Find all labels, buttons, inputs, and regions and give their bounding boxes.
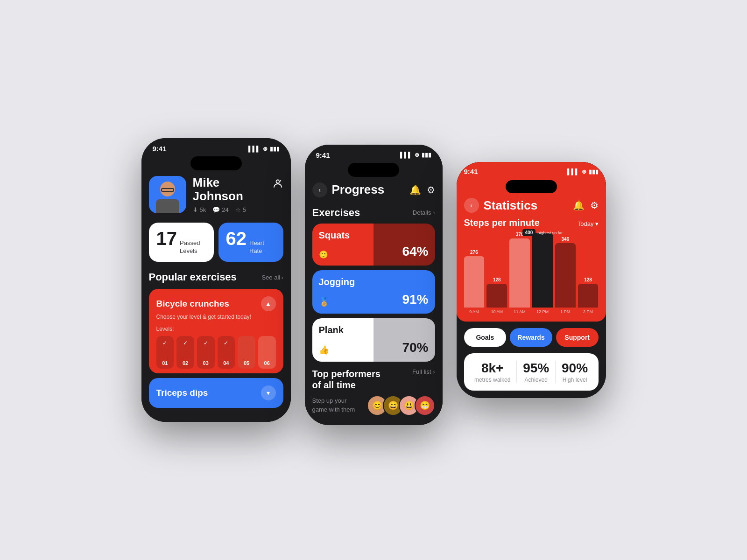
bar-time-9am: 9 AM: [469, 309, 479, 314]
status-bar-1: 9:41 ▌▌▌ ⊛ ▮▮▮: [141, 138, 291, 156]
bar-value-1pm: 346: [561, 237, 569, 242]
triceps-dips-card[interactable]: Triceps dips ▾: [149, 378, 283, 408]
level-item-3[interactable]: ✓ 03: [197, 336, 215, 369]
see-all-button[interactable]: See all ›: [261, 274, 283, 281]
metric-high-level: 90% High level: [562, 361, 588, 383]
bar-9am: 276 9 AM: [464, 250, 485, 314]
battery-icon-3: ▮▮▮: [589, 168, 599, 175]
award-icon: 🏅: [319, 297, 355, 307]
gear-icon-2[interactable]: ⚙: [427, 184, 435, 196]
back-button-2[interactable]: ‹: [312, 182, 327, 197]
tabs-row: Goals Rewards Support: [464, 328, 599, 347]
gear-icon-3[interactable]: ⚙: [590, 200, 599, 211]
bar-1pm-rect: [555, 243, 576, 308]
dynamic-island-3: [506, 180, 557, 193]
details-link[interactable]: Details ›: [413, 209, 435, 216]
check-icon-1: ✓: [162, 340, 167, 346]
chevron-up-icon[interactable]: ▲: [261, 296, 276, 311]
back-button-3[interactable]: ‹: [464, 198, 479, 213]
level-item-6[interactable]: 06: [258, 336, 276, 369]
exercises-section-header: Exercises Details ›: [312, 207, 435, 219]
wifi-icon: ⊛: [263, 146, 268, 152]
check-icon-4: ✓: [224, 340, 228, 346]
steps-per-minute-title: Steps per minute: [464, 217, 540, 228]
bar-10am: 128 10 AM: [486, 277, 507, 314]
bicycle-crunches-name: Bicycle crunches: [156, 299, 229, 309]
metric-metres-label: metres walked: [474, 377, 510, 383]
profile-info: Mike Johnson ⬇ 5k 💬 24 ☆: [193, 176, 266, 213]
download-icon: ⬇: [193, 206, 198, 213]
bar-1pm: 346 1 PM: [555, 237, 576, 314]
performer-avatar-4: 😁: [415, 395, 435, 416]
time-1: 9:41: [153, 145, 167, 153]
profile-name: Mike Johnson: [193, 176, 266, 203]
top-performers-title: Top performersof all time: [312, 368, 381, 391]
emoji-icon: 🙂: [319, 251, 328, 259]
phones-container: 9:41 ▌▌▌ ⊛ ▮▮▮: [141, 135, 606, 425]
level-item-2[interactable]: ✓ 02: [176, 336, 194, 369]
avatar-body: [156, 199, 179, 213]
bar-time-12pm: 12 PM: [536, 309, 549, 314]
nav-header-2: ‹ Progress 🔔 ⚙: [312, 181, 435, 199]
bar-2pm: 128 2 PM: [578, 277, 599, 314]
chevron-down-icon[interactable]: ▾: [261, 385, 276, 400]
stats-hero: 9:41 ▌▌▌ ⊛ ▮▮▮ ‹ Statistics 🔔 ⚙: [457, 162, 606, 322]
plank-name: Plank: [319, 325, 367, 336]
metric-high-level-value: 90%: [562, 361, 588, 376]
status-icons-2: ▌▌▌ ⊛ ▮▮▮: [400, 152, 431, 158]
dynamic-island-2: [348, 163, 399, 177]
level-num-3: 03: [203, 360, 209, 366]
bar-value-9am: 276: [470, 250, 478, 255]
level-item-4[interactable]: ✓ 04: [218, 336, 235, 369]
jogging-card[interactable]: Jogging 🏅 91%: [312, 270, 435, 314]
rewards-tab[interactable]: Rewards: [510, 328, 552, 347]
status-icons-1: ▌▌▌ ⊛ ▮▮▮: [248, 146, 280, 152]
metric-divider-1: [516, 361, 517, 383]
plank-card[interactable]: Plank 👍 70%: [312, 318, 435, 362]
bar-value-2pm: 128: [584, 277, 592, 282]
level-item-5[interactable]: 05: [238, 336, 255, 369]
bicycle-crunches-card[interactable]: Bicycle crunches ▲ Choose your level & g…: [149, 289, 283, 373]
heart-rate-number: 62: [226, 229, 247, 248]
status-bar-2: 9:41 ▌▌▌ ⊛ ▮▮▮: [305, 145, 443, 163]
passed-levels-label: PassedLevels: [180, 239, 200, 255]
triceps-dips-name: Triceps dips: [156, 388, 208, 398]
check-icon-2: ✓: [183, 340, 188, 346]
level-item-1[interactable]: ✓ 01: [156, 336, 174, 369]
goals-tab[interactable]: Goals: [464, 328, 507, 347]
bell-icon-2[interactable]: 🔔: [409, 184, 421, 196]
chevron-down-icon-3: ▾: [595, 220, 599, 227]
phone-1: 9:41 ▌▌▌ ⊛ ▮▮▮: [141, 138, 291, 422]
bar-2pm-rect: [578, 284, 599, 308]
support-tab[interactable]: Support: [556, 328, 599, 347]
profile-stats: ⬇ 5k 💬 24 ☆ 5: [193, 206, 266, 213]
statistics-title: Statistics: [484, 198, 568, 213]
bar-11am-rect: [509, 238, 530, 308]
level-num-1: 01: [162, 360, 168, 366]
battery-icon: ▮▮▮: [270, 146, 280, 152]
squats-name: Squats: [319, 230, 367, 241]
progress-title: Progress: [332, 182, 405, 197]
full-list-link[interactable]: Full list ›: [412, 368, 435, 375]
metric-divider-2: [555, 361, 556, 383]
phone-3: 9:41 ▌▌▌ ⊛ ▮▮▮ ‹ Statistics 🔔 ⚙: [457, 162, 606, 398]
squats-card[interactable]: Squats 🙂 64%: [312, 224, 435, 266]
bar-9am-rect: [464, 256, 485, 308]
performers-avatars: 😊 😄 😃 😁: [367, 395, 435, 416]
comments-stat: 💬 24: [212, 206, 228, 213]
passed-levels-card: 17 PassedLevels: [149, 223, 214, 262]
signal-icon-2: ▌▌▌: [400, 152, 412, 158]
bar-time-10am: 10 AM: [491, 309, 503, 314]
jogging-name: Jogging: [319, 277, 355, 287]
settings-icon[interactable]: [272, 178, 283, 192]
levels-row: ✓ 01 ✓ 02 ✓ 03 ✓ 04: [156, 336, 276, 369]
highest-label: highest so far: [537, 231, 563, 235]
bar-time-1pm: 1 PM: [560, 309, 570, 314]
level-num-5: 05: [244, 360, 249, 366]
time-2: 9:41: [316, 151, 330, 159]
bell-icon-3[interactable]: 🔔: [573, 200, 585, 211]
plank-percent: 70%: [402, 340, 428, 355]
check-icon-3: ✓: [204, 340, 208, 346]
profile-section: Mike Johnson ⬇ 5k 💬 24 ☆: [149, 174, 283, 215]
today-selector[interactable]: Today ▾: [578, 220, 599, 227]
